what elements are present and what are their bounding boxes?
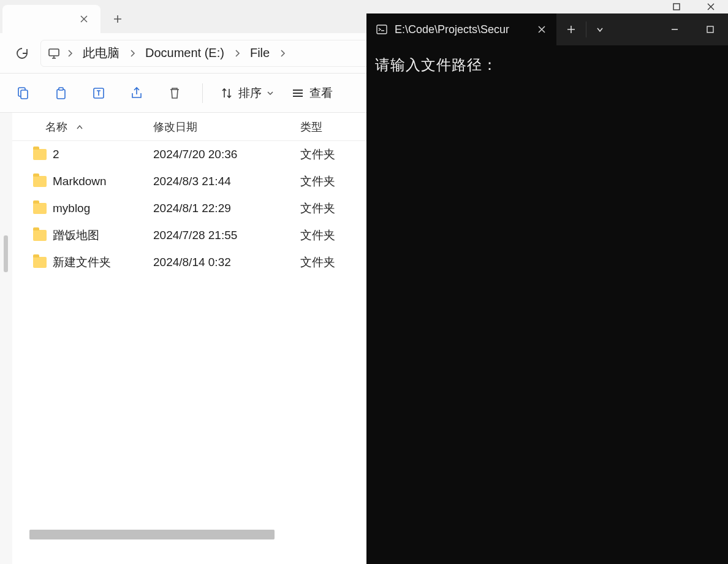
sort-button[interactable]: 排序 xyxy=(220,85,274,101)
maximize-icon xyxy=(706,25,715,34)
file-date: 2024/8/14 0:32 xyxy=(153,256,300,269)
file-name: myblog xyxy=(53,202,90,215)
terminal-body[interactable]: 请输入文件路径： xyxy=(366,45,728,564)
rename-button[interactable] xyxy=(88,83,109,104)
breadcrumb-drive[interactable]: Document (E:) xyxy=(142,46,228,60)
terminal-tabstrip: E:\Code\Projects\Secur xyxy=(366,13,728,45)
svg-rect-8 xyxy=(707,26,713,32)
close-icon xyxy=(537,25,546,34)
sort-asc-icon xyxy=(76,124,83,130)
file-name: 2 xyxy=(53,148,59,161)
thispc-icon xyxy=(47,47,61,60)
terminal-new-tab-button[interactable] xyxy=(556,13,586,45)
svg-rect-7 xyxy=(377,25,387,34)
plus-icon xyxy=(566,25,576,34)
plus-icon xyxy=(113,14,123,24)
refresh-icon xyxy=(15,47,29,60)
file-date: 2024/7/28 21:55 xyxy=(153,229,300,242)
background-window-controls xyxy=(366,0,728,13)
tab-close-button[interactable] xyxy=(76,11,92,27)
terminal-tab-title: E:\Code\Projects\Secur xyxy=(395,23,527,36)
trash-icon xyxy=(167,86,182,101)
chevron-down-icon xyxy=(267,90,274,97)
view-label: 查看 xyxy=(309,85,333,101)
scrollbar-thumb[interactable] xyxy=(29,530,275,539)
maximize-button[interactable] xyxy=(692,13,728,45)
col-name-label: 名称 xyxy=(45,120,67,134)
terminal-tab-close[interactable] xyxy=(533,21,550,38)
svg-rect-6 xyxy=(673,4,680,10)
cut-icon xyxy=(15,86,30,101)
file-date: 2024/8/3 21:44 xyxy=(153,175,300,188)
svg-rect-0 xyxy=(49,49,59,56)
toolbar-separator xyxy=(202,83,203,103)
share-icon xyxy=(129,86,144,101)
file-date: 2024/8/1 22:29 xyxy=(153,202,300,215)
svg-rect-4 xyxy=(59,88,63,90)
chevron-right-icon xyxy=(64,49,75,58)
cut-button[interactable] xyxy=(12,83,33,104)
cmd-icon xyxy=(375,23,389,36)
terminal-tab[interactable]: E:\Code\Projects\Secur xyxy=(366,13,556,45)
col-date-header[interactable]: 修改日期 xyxy=(153,120,300,134)
minimize-icon xyxy=(670,25,679,34)
col-name-header[interactable]: 名称 xyxy=(12,120,153,134)
folder-icon xyxy=(33,176,47,187)
folder-icon xyxy=(33,149,47,160)
explorer-tab[interactable] xyxy=(2,5,100,33)
svg-rect-2 xyxy=(21,90,28,99)
minimize-button[interactable] xyxy=(657,13,692,45)
sort-icon xyxy=(220,86,233,100)
chevron-down-icon xyxy=(596,25,604,34)
nav-pane-scrollbar[interactable] xyxy=(0,113,12,564)
chevron-right-icon xyxy=(277,49,288,58)
file-date: 2024/7/20 20:36 xyxy=(153,148,300,161)
terminal-dropdown-button[interactable] xyxy=(586,13,613,45)
terminal-window: E:\Code\Projects\Secur 请输入文件路径： xyxy=(366,0,728,564)
file-name: 新建文件夹 xyxy=(53,254,111,270)
chevron-right-icon xyxy=(127,49,138,58)
background-maximize-button[interactable] xyxy=(659,0,694,13)
breadcrumb-thispc[interactable]: 此电脑 xyxy=(79,45,123,61)
copy-icon xyxy=(53,86,68,101)
view-button[interactable]: 查看 xyxy=(291,85,333,101)
file-name: 蹭饭地图 xyxy=(53,227,99,243)
maximize-icon xyxy=(672,2,681,11)
folder-icon xyxy=(33,230,47,241)
view-icon xyxy=(291,86,305,100)
copy-button[interactable] xyxy=(50,83,71,104)
rename-icon xyxy=(91,86,106,101)
close-icon xyxy=(707,2,715,11)
scrollbar-thumb[interactable] xyxy=(4,235,8,272)
svg-rect-3 xyxy=(57,90,65,99)
breadcrumb-folder[interactable]: File xyxy=(246,46,273,60)
chevron-right-icon xyxy=(232,49,243,58)
close-icon xyxy=(80,15,88,23)
sort-label: 排序 xyxy=(238,85,262,101)
horizontal-scrollbar[interactable] xyxy=(29,530,275,539)
background-close-button[interactable] xyxy=(694,0,728,13)
col-date-label: 修改日期 xyxy=(153,121,197,133)
folder-icon xyxy=(33,203,47,214)
terminal-output-line: 请输入文件路径： xyxy=(375,55,719,75)
new-tab-button[interactable] xyxy=(105,7,130,31)
file-name: Markdown xyxy=(53,175,107,188)
delete-button[interactable] xyxy=(164,83,185,104)
share-button[interactable] xyxy=(126,83,147,104)
refresh-button[interactable] xyxy=(10,41,34,66)
col-type-label: 类型 xyxy=(300,121,322,133)
folder-icon xyxy=(33,257,47,268)
